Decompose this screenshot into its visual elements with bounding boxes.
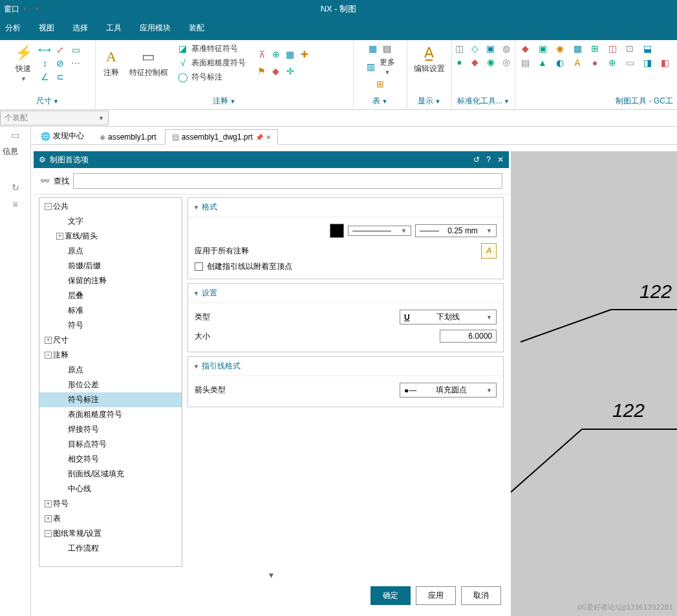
tool-icon[interactable]: ◇	[469, 43, 481, 54]
tree-node[interactable]: 原点	[39, 244, 182, 259]
tree-node-drawing[interactable]: −图纸常规/设置	[39, 526, 182, 541]
gc-icon[interactable]: ▭	[624, 57, 636, 69]
tree-node-dimension[interactable]: +尺寸	[39, 333, 182, 348]
reset-icon[interactable]: ↺	[473, 155, 480, 164]
gc-icon[interactable]: ▲	[537, 57, 548, 69]
gc-icon[interactable]: ⬓	[641, 43, 653, 54]
tool-icon[interactable]: ▣	[485, 43, 497, 54]
linetype-dropdown[interactable]: ▼	[348, 226, 411, 236]
collapse-icon[interactable]: −	[45, 203, 52, 210]
menu-view[interactable]: 视图	[39, 23, 54, 34]
menu-application[interactable]: 应用模块	[140, 23, 171, 34]
more-button[interactable]: 更多▼	[380, 57, 395, 76]
tree-node[interactable]: 保留的注释	[39, 273, 182, 288]
arrow-type-dropdown[interactable]: ●—填充圆点▼	[400, 383, 497, 398]
ribbon-label-dimension[interactable]: 尺寸▼	[36, 94, 59, 108]
tree-node[interactable]: 工作流程	[39, 541, 182, 556]
tab-assembly1[interactable]: ◈assembly1.prt	[92, 129, 164, 145]
edit-settings-button[interactable]: A̲ 编辑设置	[411, 43, 447, 76]
datum-symbol-button[interactable]: ◪基准特征符号	[177, 43, 246, 54]
section-header[interactable]: ▼指引线格式	[188, 357, 503, 376]
dim-icon[interactable]: ▭	[70, 44, 81, 56]
tree-node[interactable]: 文字	[39, 214, 182, 229]
pin-icon[interactable]: 📌	[255, 134, 263, 141]
tool-icon[interactable]: ◉	[485, 56, 497, 68]
tree-node[interactable]: 剖面线/区域填充	[39, 467, 182, 482]
gc-icon[interactable]: ◧	[659, 57, 671, 69]
tree-node-symbol[interactable]: +符号	[39, 496, 182, 511]
cell-icon[interactable]: ⊞	[374, 78, 386, 90]
parts-list-icon[interactable]: ▥	[365, 61, 377, 72]
tree-node[interactable]: 相交符号	[39, 452, 182, 467]
tool-icon[interactable]: ◎	[500, 56, 512, 68]
apply-all-button[interactable]: A	[481, 243, 497, 259]
menu-assembly[interactable]: 装配	[189, 23, 204, 34]
tree-node-balloon[interactable]: 符号标注	[39, 392, 182, 407]
menu-tools[interactable]: 工具	[106, 23, 122, 34]
ribbon-label-std[interactable]: 标准化工具...▼	[457, 94, 510, 108]
ok-button[interactable]: 确定	[371, 586, 411, 605]
dim-icon[interactable]: ⟷	[39, 44, 50, 56]
dim-icon[interactable]: ∠	[39, 71, 50, 83]
color-swatch[interactable]	[330, 224, 344, 238]
gc-icon[interactable]: ◨	[641, 57, 653, 69]
gc-icon[interactable]: ▤	[519, 57, 531, 69]
gc-icon[interactable]: ⊞	[589, 43, 601, 54]
section-header[interactable]: ▼格式	[188, 198, 503, 217]
type-dropdown[interactable]: U下划线▼	[400, 310, 497, 324]
tree-node[interactable]: 表面粗糙度符号	[39, 407, 182, 422]
flag-icon[interactable]: ⚑	[256, 65, 268, 77]
gc-icon[interactable]: ◐	[554, 57, 566, 69]
preferences-tree[interactable]: −公共 文字 +直线/箭头 原点 前缀/后缀 保留的注释 层叠 标准 符号 +尺…	[39, 197, 182, 567]
expand-icon[interactable]: +	[45, 500, 52, 507]
weld-icon[interactable]: ⊼	[256, 48, 268, 60]
tree-node[interactable]: +直线/箭头	[39, 229, 182, 244]
tree-node[interactable]: 形位公差	[39, 377, 182, 392]
close-icon[interactable]: ✕	[497, 155, 504, 164]
assembly-combo[interactable]: 个装配 ▼	[0, 111, 109, 125]
tree-node[interactable]: 前缀/后缀	[39, 259, 182, 273]
dim-icon[interactable]: ⋯	[70, 58, 81, 69]
dim-icon[interactable]	[70, 71, 81, 83]
ribbon-label-display[interactable]: 显示▼	[418, 94, 440, 108]
gc-icon[interactable]: A	[572, 57, 583, 69]
ribbon-label-annotation[interactable]: 注释▼	[213, 94, 235, 108]
drawing-canvas[interactable]: 122 122 UG爱好者论坛@13361392281	[511, 151, 677, 616]
expand-icon[interactable]: +	[45, 337, 52, 344]
balloon-button[interactable]: ◯符号标注	[177, 71, 246, 83]
dim-icon[interactable]: ⊘	[54, 58, 66, 69]
feature-frame-button[interactable]: ▭ 特征控制框	[127, 47, 171, 80]
create-leader-checkbox[interactable]: 创建指引线以附着至顶点	[195, 261, 497, 272]
gc-icon[interactable]: ▦	[572, 43, 583, 54]
surface-finish-button[interactable]: √表面粗糙度符号	[177, 57, 246, 69]
linewidth-dropdown[interactable]: 0.25 mm▼	[415, 224, 497, 237]
menu-analyze[interactable]: 分析	[5, 23, 21, 34]
tree-node[interactable]: 目标点符号	[39, 437, 182, 452]
tool-icon[interactable]: ◍	[500, 43, 512, 54]
collapse-icon[interactable]: −	[45, 352, 52, 359]
close-icon[interactable]: ✕	[266, 134, 271, 141]
tab-assembly1-dwg[interactable]: ▤assembly1_dwg1.prt📌✕	[165, 129, 278, 145]
tree-node[interactable]: 原点	[39, 363, 182, 377]
search-input[interactable]	[73, 173, 502, 189]
table-icon[interactable]: ▦	[367, 43, 379, 54]
apply-button[interactable]: 应用	[416, 586, 456, 605]
gc-icon[interactable]: ◫	[607, 43, 618, 54]
tree-node[interactable]: 标准	[39, 303, 182, 318]
gc-icon[interactable]: ⊡	[624, 43, 636, 54]
center-icon[interactable]: ✚	[299, 48, 310, 60]
resource-icon[interactable]: ≡	[0, 196, 30, 213]
dim-icon[interactable]: ↕	[39, 58, 50, 69]
gc-icon[interactable]: ⊕	[607, 57, 618, 69]
ribbon-label-table[interactable]: 表▼	[372, 94, 387, 108]
resource-icon[interactable]: ↻	[0, 179, 30, 196]
paint-icon[interactable]: ◆	[270, 65, 282, 77]
cross-icon[interactable]: ✢	[285, 65, 296, 77]
section-header[interactable]: ▼设置	[188, 284, 503, 303]
tab-discover[interactable]: 🌐发现中心	[34, 127, 91, 145]
tool-icon[interactable]: ●	[454, 56, 466, 68]
size-input[interactable]	[440, 330, 497, 343]
collapse-icon[interactable]: −	[45, 530, 52, 537]
expand-arrow[interactable]: ▼	[34, 569, 509, 581]
menu-select[interactable]: 选择	[72, 23, 88, 34]
